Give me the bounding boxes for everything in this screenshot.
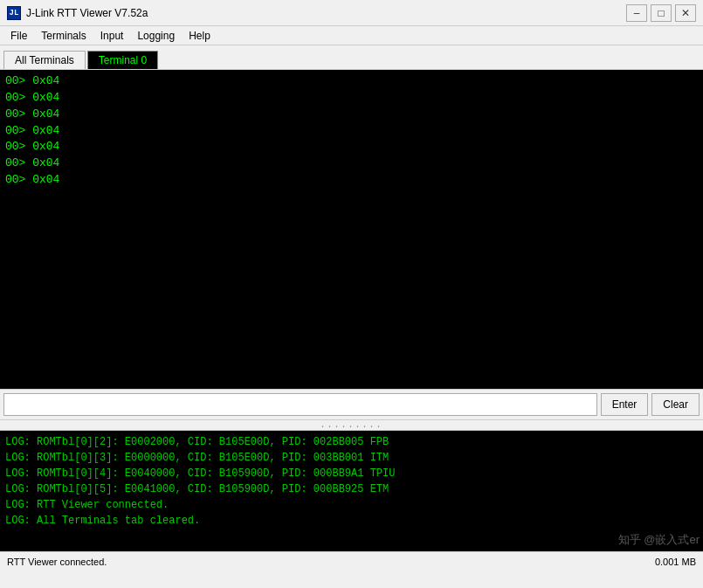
- log-line: LOG: ROMTbl[0][3]: E0000000, CID: B105E0…: [5, 450, 698, 466]
- dotted-separator: .........: [0, 420, 703, 431]
- terminal-line: 00> 0x04: [5, 90, 698, 107]
- title-bar: JL J-Link RTT Viewer V7.52a – □ ✕: [0, 0, 703, 26]
- menu-item-file[interactable]: File: [3, 28, 34, 44]
- log-line: LOG: All Terminals tab cleared.: [5, 513, 698, 529]
- title-bar-left: JL J-Link RTT Viewer V7.52a: [7, 6, 148, 20]
- terminal-line: 00> 0x04: [5, 139, 698, 156]
- log-area: LOG: ROMTbl[0][2]: E0002000, CID: B105E0…: [0, 431, 703, 551]
- input-field[interactable]: [3, 393, 597, 416]
- watermark: 知乎 @嵌入式er: [618, 531, 700, 549]
- menu-item-help[interactable]: Help: [182, 28, 217, 44]
- minimize-button[interactable]: –: [626, 4, 647, 22]
- tab-bar: All TerminalsTerminal 0: [0, 45, 703, 70]
- menu-item-input[interactable]: Input: [93, 28, 131, 44]
- terminal-line: 00> 0x04: [5, 156, 698, 172]
- menu-item-logging[interactable]: Logging: [130, 28, 182, 44]
- tab-all-terminals[interactable]: All Terminals: [3, 51, 86, 69]
- terminal-line: 00> 0x04: [5, 123, 698, 140]
- app-icon: JL: [7, 6, 21, 20]
- terminal-line: 00> 0x04: [5, 107, 698, 123]
- title-bar-controls: – □ ✕: [626, 4, 696, 22]
- clear-button[interactable]: Clear: [651, 393, 700, 416]
- enter-button[interactable]: Enter: [601, 393, 649, 416]
- status-bar: RTT Viewer connected. 0.001 MB: [0, 551, 703, 571]
- terminal-line: 00> 0x04: [5, 172, 698, 189]
- input-row: Enter Clear: [0, 389, 703, 420]
- status-left: RTT Viewer connected.: [7, 557, 107, 567]
- terminal-line: 00> 0x04: [5, 73, 698, 90]
- log-line: LOG: RTT Viewer connected.: [5, 497, 698, 513]
- status-right: 0.001 MB: [655, 557, 696, 567]
- menu-item-terminals[interactable]: Terminals: [34, 28, 93, 44]
- close-button[interactable]: ✕: [675, 4, 696, 22]
- tab-terminal-0[interactable]: Terminal 0: [87, 51, 158, 69]
- terminal-area: 00> 0x0400> 0x0400> 0x0400> 0x0400> 0x04…: [0, 70, 703, 389]
- log-line: LOG: ROMTbl[0][2]: E0002000, CID: B105E0…: [5, 434, 698, 450]
- log-line: LOG: ROMTbl[0][4]: E0040000, CID: B10590…: [5, 466, 698, 481]
- maximize-button[interactable]: □: [651, 4, 672, 22]
- app-title: J-Link RTT Viewer V7.52a: [26, 7, 148, 19]
- log-line: LOG: ROMTbl[0][5]: E0041000, CID: B10590…: [5, 481, 698, 497]
- menu-bar: FileTerminalsInputLoggingHelp: [0, 26, 703, 45]
